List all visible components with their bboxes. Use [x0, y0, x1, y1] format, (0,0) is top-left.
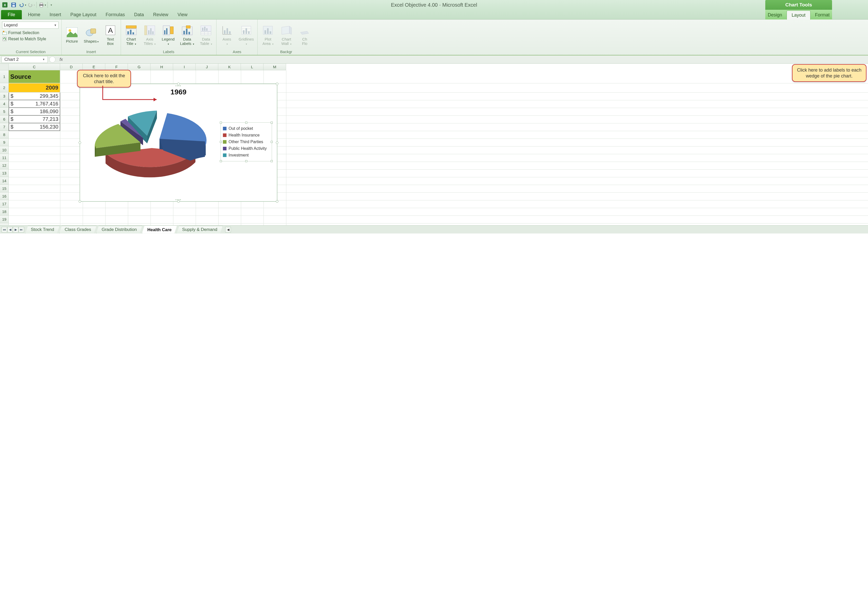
col-header-D[interactable]: D — [60, 63, 83, 70]
row-header-4[interactable]: 4 — [0, 100, 9, 108]
col-header-H[interactable]: H — [151, 63, 173, 70]
tab-file[interactable]: File — [1, 10, 22, 19]
tab-format[interactable]: Format — [810, 10, 834, 19]
picture-button[interactable]: Picture — [64, 25, 80, 45]
tab-insert[interactable]: Insert — [45, 10, 66, 19]
sheet-tab-class-grades[interactable]: Class Grades — [59, 226, 97, 234]
legend-item-1[interactable]: Health Insurance — [223, 132, 270, 138]
row-header-15[interactable]: 15 — [0, 185, 9, 193]
row-header-17[interactable]: 17 — [0, 200, 9, 208]
chart-legend[interactable]: Out of pocketHealth InsuranceOther Third… — [221, 122, 272, 161]
reset-style-button[interactable]: Reset to Match Style — [2, 36, 59, 42]
data-labels-button[interactable]: Data Labels ▾ — [179, 23, 196, 47]
legend-handle[interactable] — [220, 122, 222, 124]
col-header-K[interactable]: K — [218, 63, 241, 70]
formula-input-area[interactable]: fx — [49, 56, 868, 63]
row-header-16[interactable]: 16 — [0, 193, 9, 200]
tab-view[interactable]: View — [173, 10, 192, 19]
cell-year-header[interactable]: 2009 — [9, 83, 60, 92]
row-header-20[interactable]: 20 — [0, 223, 9, 225]
row-header-1[interactable]: 1 — [0, 70, 9, 83]
col-header-E[interactable]: E — [83, 63, 105, 70]
resize-handle[interactable] — [78, 141, 81, 144]
sheet-nav-prev[interactable]: ◀ — [7, 227, 13, 233]
resize-handle[interactable] — [276, 200, 278, 203]
cell-value-1[interactable]: $1,767,416 — [9, 100, 60, 108]
cell-value-0[interactable]: $299,345 — [9, 92, 60, 100]
row-header-18[interactable]: 18 — [0, 208, 9, 215]
sheet-tab-grade-distribution[interactable]: Grade Distribution — [96, 226, 142, 234]
row-header-3[interactable]: 3 — [0, 92, 9, 100]
legend-handle[interactable] — [220, 160, 222, 162]
row-header-9[interactable]: 9 — [0, 138, 9, 146]
tab-layout[interactable]: Layout — [787, 10, 810, 20]
row-header-6[interactable]: 6 — [0, 115, 9, 123]
row-header-2[interactable]: 2 — [0, 83, 9, 92]
legend-handle[interactable] — [245, 160, 247, 162]
shapes-button[interactable]: Shapes▾ — [82, 25, 100, 45]
excel-icon[interactable]: X — [1, 1, 9, 9]
col-header-J[interactable]: J — [196, 63, 218, 70]
tab-review[interactable]: Review — [148, 10, 173, 19]
chart-title[interactable]: 1969 — [80, 88, 277, 96]
tab-home[interactable]: Home — [24, 10, 45, 19]
resize-handle[interactable] — [177, 200, 180, 203]
resize-handle[interactable] — [78, 200, 81, 203]
name-box[interactable]: Chart 2 ▼ — [1, 56, 48, 63]
cell-value-4[interactable]: $156,230 — [9, 123, 60, 131]
tab-page-layout[interactable]: Page Layout — [66, 10, 101, 19]
col-header-M[interactable]: M — [263, 63, 286, 70]
legend-item-3[interactable]: Public Health Activity — [223, 145, 270, 152]
row-header-11[interactable]: 11 — [0, 154, 9, 162]
row-header-8[interactable]: 8 — [0, 131, 9, 138]
print-icon[interactable]: ▾ — [38, 1, 46, 9]
row-header-7[interactable]: 7 — [0, 123, 9, 131]
row-header-19[interactable]: 19 — [0, 215, 9, 223]
legend-handle[interactable] — [220, 141, 222, 143]
hscroll-left[interactable]: ◀ — [225, 227, 231, 233]
legend-handle[interactable] — [271, 141, 273, 143]
sheet-nav-first[interactable]: ⏮ — [1, 227, 7, 233]
col-header-G[interactable]: G — [128, 63, 151, 70]
sheet-nav-next[interactable]: ▶ — [13, 227, 19, 233]
legend-button[interactable]: Legend▾ — [160, 23, 176, 47]
col-header-C[interactable]: C — [9, 63, 60, 70]
chart-object[interactable]: •••• •••• 1969 — [80, 84, 278, 202]
sheet-nav-last[interactable]: ⏭ — [19, 227, 24, 233]
row-header-12[interactable]: 12 — [0, 162, 9, 169]
sheet-tab-supply-&-demand[interactable]: Supply & Demand — [177, 226, 223, 234]
col-header-F[interactable]: F — [105, 63, 128, 70]
col-header-L[interactable]: L — [241, 63, 263, 70]
tab-formulas[interactable]: Formulas — [101, 10, 130, 19]
select-all-cell[interactable] — [0, 63, 9, 70]
resize-handle[interactable] — [177, 82, 180, 85]
save-icon[interactable] — [10, 1, 18, 9]
row-header-13[interactable]: 13 — [0, 169, 9, 177]
resize-handle[interactable] — [276, 82, 278, 85]
chart-element-selector[interactable]: Legend ▼ — [2, 22, 59, 29]
tab-data[interactable]: Data — [130, 10, 148, 19]
legend-item-4[interactable]: Investment — [223, 152, 270, 159]
format-selection-button[interactable]: Format Selection — [2, 30, 59, 36]
legend-handle[interactable] — [271, 122, 273, 124]
legend-handle[interactable] — [271, 160, 273, 162]
row-header-10[interactable]: 10 — [0, 146, 9, 154]
col-header-I[interactable]: I — [173, 63, 196, 70]
cell-source-header[interactable]: Source — [9, 70, 60, 83]
row-header-14[interactable]: 14 — [0, 177, 9, 185]
sheet-tab-health-care[interactable]: Health Care — [142, 226, 177, 234]
cell-value-3[interactable]: $77,213 — [9, 115, 60, 123]
row-header-5[interactable]: 5 — [0, 108, 9, 115]
legend-handle[interactable] — [245, 122, 247, 124]
undo-icon[interactable]: ▾ — [19, 1, 26, 9]
qat-customize-icon[interactable]: ▾ — [49, 1, 53, 9]
cell-value-2[interactable]: $186,090 — [9, 108, 60, 115]
resize-handle[interactable] — [276, 141, 278, 144]
legend-item-0[interactable]: Out of pocket — [223, 125, 270, 132]
sheet-tab-stock-trend[interactable]: Stock Trend — [25, 226, 60, 234]
pie-chart[interactable] — [85, 102, 218, 194]
chart-title-button[interactable]: Chart Title ▾ — [123, 23, 139, 47]
textbox-button[interactable]: A Text Box — [102, 23, 119, 47]
worksheet-grid[interactable]: CDEFGHIJKLM 1234567891011121314151617181… — [0, 63, 868, 225]
legend-item-2[interactable]: Other Third Parties — [223, 138, 270, 145]
